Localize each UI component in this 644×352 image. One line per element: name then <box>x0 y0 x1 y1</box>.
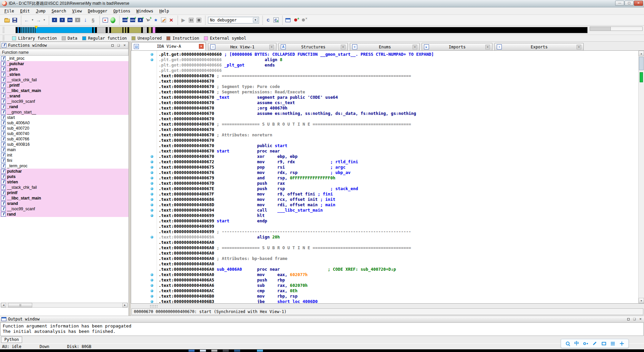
asm-line[interactable]: .text:0000000000400670 xor ebp, ebp <box>131 154 638 159</box>
breakpoint-list-button[interactable] <box>284 16 291 24</box>
breakpoint-dot-icon[interactable] <box>151 155 153 158</box>
asm-line[interactable]: .text:00000000004006A0 sub_4006A0 proc n… <box>131 267 638 272</box>
debugger-select[interactable]: No debugger▼ <box>207 16 260 24</box>
function-name-column-header[interactable]: Function name <box>0 49 128 56</box>
tab-hex-view-1[interactable]: ○Hex View-1× <box>208 43 276 50</box>
asm-line[interactable]: .text:00000000004006A0 ; Attributes: bp-… <box>131 256 638 261</box>
python-console-tab[interactable]: Python <box>1 337 22 343</box>
asm-line[interactable]: .text:000000000040068D mov rdi, offset m… <box>131 202 638 208</box>
asm-line[interactable]: .text:0000000000400694 call ___libc_star… <box>131 208 638 213</box>
asm-line[interactable]: .text:00000000004006A6 sub rax, 602070h <box>131 283 638 288</box>
disassembly-listing[interactable]: .plt.got:0000000000400660 ; [00000006 BY… <box>131 52 638 303</box>
scroll-thumb[interactable] <box>8 303 32 307</box>
menu-item-debugger[interactable]: Debugger <box>85 8 110 14</box>
close-button[interactable]: ✕ <box>634 1 643 6</box>
asm-line[interactable]: .plt.got:0000000000400666 _plt_got ends <box>131 62 638 68</box>
function-row[interactable]: fsub_4006A0 <box>0 120 128 126</box>
run-to-cursor-button[interactable]: C <box>265 16 272 24</box>
make-string-button[interactable]: 's+▾ <box>145 16 152 24</box>
function-row[interactable]: fsub_400B16 <box>0 142 128 147</box>
breakpoint-dot-icon[interactable] <box>151 290 153 292</box>
move-icon[interactable] <box>619 341 625 347</box>
scroll-right-icon[interactable]: ► <box>122 303 127 307</box>
asm-line[interactable]: .text:000000000040067E push rsp ; stack_… <box>131 186 638 191</box>
function-row[interactable]: fsub_400740 <box>0 131 128 136</box>
asm-line[interactable]: .text:0000000000400670 ; ===============… <box>131 122 638 127</box>
pen-icon[interactable] <box>592 341 598 347</box>
asm-line[interactable]: .text:0000000000400670 ;org 400670h <box>131 105 638 111</box>
menu-item-options[interactable]: Options <box>110 8 133 14</box>
make-unknown-button[interactable]: * <box>152 16 159 24</box>
menu-item-file[interactable]: File <box>1 8 17 14</box>
start-process-button[interactable]: ▶ <box>180 16 187 24</box>
band-scrollbar[interactable] <box>590 27 643 31</box>
asm-line[interactable]: .text:0000000000400670 <box>131 116 638 122</box>
function-row[interactable]: f_putchar <box>0 61 128 67</box>
asm-line[interactable]: .text:0000000000400672 mov r9, rdx ; rtl… <box>131 159 638 165</box>
asm-line[interactable]: .text:0000000000400670 ; ===============… <box>131 73 638 79</box>
asm-line[interactable]: .plt.got:0000000000400666 <box>131 68 638 73</box>
breakpoint-dot-icon[interactable] <box>151 300 153 303</box>
function-row[interactable]: fsrand <box>0 201 128 206</box>
asm-line[interactable]: .text:0000000000400670 <box>131 127 638 132</box>
output-log[interactable]: Function argument information has been p… <box>0 323 644 336</box>
breakpoint-dot-icon[interactable] <box>151 161 153 163</box>
output-restore-icon[interactable] <box>626 317 631 321</box>
asm-line[interactable]: .text:0000000000400670 assume cs:_text <box>131 100 638 105</box>
magnifier-icon[interactable] <box>565 341 571 347</box>
tab-exports[interactable]: ▪Exports× <box>494 43 584 50</box>
function-row[interactable]: f_strlen <box>0 72 128 77</box>
menu-item-edit[interactable]: Edit <box>17 8 33 14</box>
delete-function-button[interactable]: × <box>168 16 175 24</box>
debugger-select[interactable]: No debugger▼ <box>208 17 259 24</box>
tab-close-icon[interactable]: × <box>577 45 581 49</box>
breakpoint-dot-icon[interactable] <box>151 236 153 238</box>
breakpoint-dot-icon[interactable] <box>151 295 153 298</box>
make-code-button[interactable]: CODE+ <box>121 16 128 24</box>
asm-line[interactable]: .text:000000000040069A align 20h <box>131 234 638 240</box>
breakpoint-dot-icon[interactable] <box>151 166 153 169</box>
horizontal-splitter[interactable] <box>131 304 644 308</box>
breakpoint-dot-icon[interactable] <box>151 214 153 217</box>
asm-line[interactable]: .text:00000000004006A0 <box>131 251 638 256</box>
tab-structures[interactable]: AStructures× <box>278 43 348 50</box>
tab-close-icon[interactable]: × <box>199 44 204 49</box>
menu-item-help[interactable]: Help <box>156 8 172 14</box>
function-row[interactable]: fputchar <box>0 169 128 174</box>
function-row[interactable]: f_rand <box>0 104 128 109</box>
tab-close-icon[interactable]: × <box>269 45 274 49</box>
asm-line[interactable]: .text:0000000000400679 and rsp, 0FFFFFFF… <box>131 175 638 181</box>
function-row[interactable]: f__libc_start_main <box>0 195 128 201</box>
pause-process-button[interactable] <box>187 16 195 24</box>
delete-breakpoint-button[interactable]: × <box>300 16 307 24</box>
tab-enums[interactable]: ≡Enums× <box>350 43 420 50</box>
add-breakpoint-button[interactable]: + <box>292 16 299 24</box>
asm-line[interactable]: .text:0000000000400699 hlt <box>131 213 638 218</box>
scroll-left-icon[interactable]: ◄ <box>1 303 6 307</box>
breakpoint-dot-icon[interactable] <box>151 209 153 212</box>
menu-item-jump[interactable]: Jump <box>33 8 49 14</box>
breakpoint-dot-icon[interactable] <box>151 182 153 185</box>
asm-line[interactable]: .text:00000000004006A0 mov eax, 602077h <box>131 272 638 277</box>
band-grip[interactable] <box>3 27 4 33</box>
asm-line[interactable]: .text:0000000000400699 start endp <box>131 218 638 224</box>
taskbar-icon[interactable] <box>223 350 229 352</box>
asm-line[interactable]: .text:0000000000400670 ; Attributes: nor… <box>131 132 638 138</box>
taskbar-icon[interactable] <box>200 350 206 352</box>
menu-item-search[interactable]: Search <box>49 8 69 14</box>
back-history-dropdown[interactable]: ▾ <box>31 16 34 24</box>
screenshot-icon[interactable] <box>601 341 607 347</box>
breakpoint-dot-icon[interactable] <box>151 204 153 206</box>
asm-line[interactable]: .plt.got:0000000000400660 ; [00000006 BY… <box>131 52 638 57</box>
save-file-button[interactable] <box>11 16 18 24</box>
taskbar-icon[interactable] <box>234 350 240 352</box>
stop-process-button[interactable] <box>195 16 202 24</box>
search-binary-button[interactable]: 101 <box>66 16 73 24</box>
function-row[interactable]: fsub_400766 <box>0 136 128 142</box>
function-row[interactable]: f__isoc99_scanf <box>0 206 128 212</box>
asm-line[interactable]: .text:00000000004006A0 ; ===============… <box>131 245 638 251</box>
breakpoint-dot-icon[interactable] <box>151 53 153 56</box>
panel-float-icon[interactable]: ❏ <box>116 43 121 48</box>
breakpoint-dot-icon[interactable] <box>151 187 153 190</box>
function-row[interactable]: finit <box>0 152 128 158</box>
